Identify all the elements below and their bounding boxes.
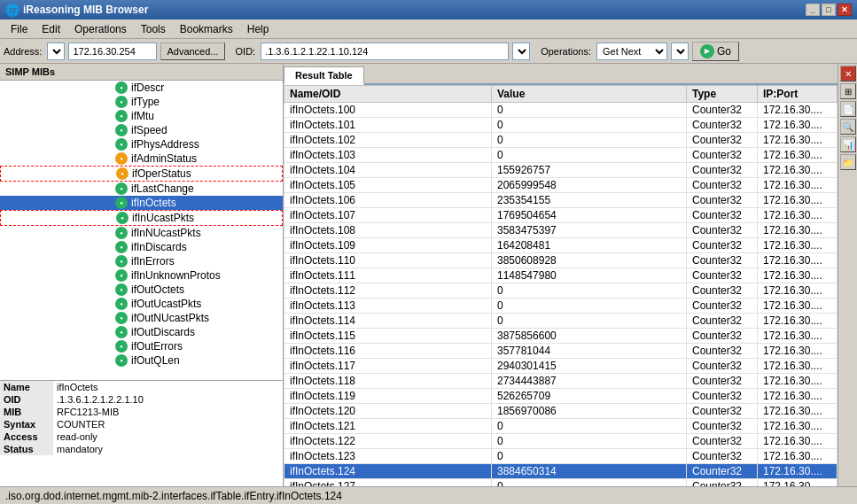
table-row[interactable]: ifInOctets.1020Counter32172.16.30....: [284, 133, 838, 148]
oid-input[interactable]: [261, 43, 509, 60]
tree-item[interactable]: ●ifAdminStatus: [0, 151, 283, 166]
tree-item[interactable]: ●ifOutOctets: [0, 283, 283, 297]
table-row[interactable]: ifInOctets.104155926757Counter32172.16.3…: [284, 163, 838, 178]
status-bar: .iso.org.dod.internet.mgmt.mib-2.interfa…: [0, 486, 857, 504]
close-button[interactable]: ✕: [838, 4, 852, 16]
tree-item[interactable]: ●ifType: [0, 95, 283, 109]
tree-item[interactable]: ●ifSpeed: [0, 123, 283, 137]
cell-value: 0: [492, 314, 687, 329]
address-input[interactable]: [68, 43, 157, 60]
table-row[interactable]: ifInOctets.1243884650314Counter32172.16.…: [284, 464, 838, 479]
advanced-button[interactable]: Advanced...: [160, 43, 224, 60]
table-row[interactable]: ifInOctets.1052065999548Counter32172.16.…: [284, 178, 838, 193]
table-row[interactable]: ifInOctets.1210Counter32172.16.30....: [284, 419, 838, 434]
tree-item[interactable]: ●ifInUcastPkts: [0, 210, 283, 226]
address-dropdown[interactable]: [47, 43, 65, 60]
operations-select[interactable]: Get Next Get Get Bulk: [596, 43, 667, 60]
leaf-icon: ●: [115, 255, 128, 268]
table-row[interactable]: ifInOctets.1000Counter32172.16.30....: [284, 103, 838, 118]
menu-tools[interactable]: Tools: [134, 21, 173, 37]
tree-item-label: ifOutDiscards: [131, 326, 195, 338]
table-row[interactable]: ifInOctets.1071769504654Counter32172.16.…: [284, 208, 838, 223]
table-row[interactable]: ifInOctets.1153875856600Counter32172.16.…: [284, 329, 838, 344]
side-btn-chart[interactable]: 📊: [840, 136, 856, 152]
table-row[interactable]: ifInOctets.109164208481Counter32172.16.3…: [284, 238, 838, 253]
table-row[interactable]: ifInOctets.1120Counter32172.16.30....: [284, 283, 838, 299]
details-key: OID: [0, 393, 53, 406]
cell-oid: ifInOctets.115: [284, 329, 492, 344]
tree-item[interactable]: ●ifInOctets: [0, 196, 283, 210]
maximize-button[interactable]: □: [822, 4, 836, 16]
menu-operations[interactable]: Operations: [67, 21, 134, 37]
cell-oid: ifInOctets.119: [284, 389, 492, 404]
details-row: Accessread-only: [0, 430, 283, 443]
cell-value: 1856970086: [492, 404, 687, 419]
tree-item[interactable]: ●ifOutErrors: [0, 339, 283, 353]
tree-item[interactable]: ●ifMtu: [0, 109, 283, 123]
cell-oid: ifInOctets.123: [284, 449, 492, 464]
details-key: Access: [0, 430, 53, 443]
table-row[interactable]: ifInOctets.119526265709Counter32172.16.3…: [284, 389, 838, 404]
table-row[interactable]: ifInOctets.1140Counter32172.16.30....: [284, 314, 838, 329]
tree-item[interactable]: ●ifInDiscards: [0, 240, 283, 254]
operations-sub-select[interactable]: [671, 43, 689, 60]
tree-item[interactable]: ●ifDescr: [0, 81, 283, 95]
table-row[interactable]: ifInOctets.1172940301415Counter32172.16.…: [284, 359, 838, 374]
main-content: SIMP MIBs ●ifDescr●ifType●ifMtu●ifSpeed●…: [0, 64, 857, 486]
cell-oid: ifInOctets.124: [284, 464, 492, 479]
side-btn-close[interactable]: ✕: [840, 66, 856, 81]
table-row[interactable]: ifInOctets.1130Counter32172.16.30....: [284, 299, 838, 314]
right-panel: Result Table Name/OID Value Type IP:Port…: [284, 64, 838, 486]
cell-type: Counter32: [687, 238, 758, 253]
menu-bookmarks[interactable]: Bookmarks: [173, 21, 240, 37]
table-row[interactable]: ifInOctets.1030Counter32172.16.30....: [284, 148, 838, 163]
side-btn-search[interactable]: 🔍: [840, 119, 856, 135]
result-table: Name/OID Value Type IP:Port ifInOctets.1…: [284, 85, 838, 486]
cell-type: Counter32: [687, 299, 758, 314]
tree-item[interactable]: ●ifOutUcastPkts: [0, 297, 283, 311]
go-button[interactable]: ▶ Go: [692, 42, 739, 61]
side-btn-doc[interactable]: 📄: [840, 101, 856, 117]
tree-item[interactable]: ●ifOutDiscards: [0, 325, 283, 339]
leaf-icon: ●: [115, 110, 128, 122]
title-controls[interactable]: _ □ ✕: [806, 4, 852, 16]
cell-value: 3875856600: [492, 329, 687, 344]
table-row[interactable]: ifInOctets.1270Counter32172.16.30....: [284, 479, 838, 487]
table-row[interactable]: ifInOctets.1083583475397Counter32172.16.…: [284, 223, 838, 238]
tree-item[interactable]: ●ifInNUcastPkts: [0, 226, 283, 240]
tree-item-label: ifOutUcastPkts: [131, 298, 201, 310]
menu-edit[interactable]: Edit: [35, 21, 67, 37]
cell-value: 1769504654: [492, 208, 687, 223]
table-row[interactable]: ifInOctets.1103850608928Counter32172.16.…: [284, 253, 838, 268]
cell-ip: 172.16.30....: [758, 344, 838, 359]
tree-item[interactable]: ●ifOutNUcastPkts: [0, 311, 283, 325]
result-area[interactable]: Name/OID Value Type IP:Port ifInOctets.1…: [284, 85, 838, 486]
side-btn-grid[interactable]: ⊞: [840, 83, 856, 99]
table-row[interactable]: ifInOctets.1230Counter32172.16.30....: [284, 449, 838, 464]
table-row[interactable]: ifInOctets.1111148547980Counter32172.16.…: [284, 268, 838, 283]
leaf-icon: ●: [115, 182, 128, 195]
details-panel: NameifInOctetsOID.1.3.6.1.2.1.2.2.1.10MI…: [0, 380, 283, 486]
side-btn-folder[interactable]: 📁: [840, 154, 856, 170]
menu-help[interactable]: Help: [240, 21, 277, 37]
tree-item[interactable]: ●ifPhysAddress: [0, 137, 283, 151]
table-row[interactable]: ifInOctets.1220Counter32172.16.30....: [284, 434, 838, 449]
tree-item[interactable]: ●ifOutQLen: [0, 353, 283, 368]
table-row[interactable]: ifInOctets.1010Counter32172.16.30....: [284, 118, 838, 133]
tab-result-table[interactable]: Result Table: [284, 66, 364, 85]
menu-file[interactable]: File: [4, 21, 35, 37]
tree-item[interactable]: ●ifLastChange: [0, 182, 283, 196]
minimize-button[interactable]: _: [806, 4, 820, 16]
table-row[interactable]: ifInOctets.106235354155Counter32172.16.3…: [284, 193, 838, 208]
tree-item[interactable]: ●ifOperStatus: [0, 166, 283, 182]
table-row[interactable]: ifInOctets.1182734443887Counter32172.16.…: [284, 374, 838, 389]
oid-dropdown[interactable]: [512, 43, 530, 60]
table-row[interactable]: ifInOctets.116357781044Counter32172.16.3…: [284, 344, 838, 359]
cell-value: 155926757: [492, 163, 687, 178]
mib-tree[interactable]: ●ifDescr●ifType●ifMtu●ifSpeed●ifPhysAddr…: [0, 81, 283, 380]
leaf-icon: ●: [115, 96, 128, 108]
cell-ip: 172.16.30....: [758, 359, 838, 374]
tree-item[interactable]: ●ifInUnknownProtos: [0, 268, 283, 283]
tree-item[interactable]: ●ifInErrors: [0, 254, 283, 268]
table-row[interactable]: ifInOctets.1201856970086Counter32172.16.…: [284, 404, 838, 419]
